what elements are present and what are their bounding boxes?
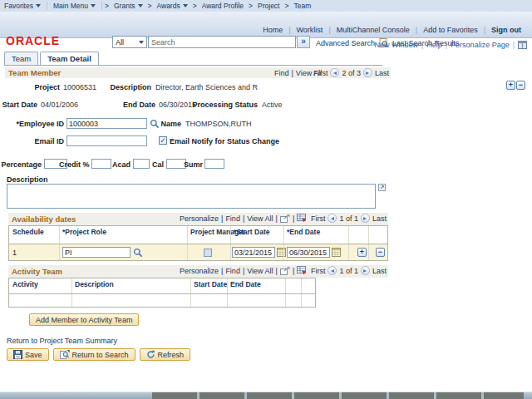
zoom-grid-icon[interactable] xyxy=(280,267,290,275)
zoom-grid-icon[interactable] xyxy=(280,214,290,223)
acad-label: Acad xyxy=(112,160,131,169)
home-link[interactable]: Home xyxy=(257,26,288,34)
activity-team-nav: First 1 of 1 Last xyxy=(311,266,387,275)
start-date-value: 04/01/2006 xyxy=(41,101,78,109)
breadcrumb-separator: > xyxy=(104,2,110,10)
find-link[interactable]: Find xyxy=(274,69,289,77)
availability-toolbar: Personalize | Find | View All | | xyxy=(180,214,306,223)
save-icon xyxy=(13,350,22,359)
breadcrumb-team[interactable]: Team xyxy=(289,2,315,10)
add-row-button[interactable]: + xyxy=(506,81,515,90)
breadcrumb-main-menu[interactable]: Main Menu xyxy=(49,2,100,10)
first-label[interactable]: First xyxy=(311,214,326,223)
description-box-label: Description xyxy=(7,175,48,184)
last-label[interactable]: Last xyxy=(375,69,389,77)
credit-input[interactable] xyxy=(91,159,111,169)
end-date-calendar-icon[interactable] xyxy=(332,248,341,257)
previous-row-button[interactable] xyxy=(328,266,337,275)
personalize-layout-icon[interactable] xyxy=(518,41,527,49)
chevron-down-icon xyxy=(36,4,41,7)
add-member-button[interactable]: Add Member to Activity Team xyxy=(29,313,139,326)
breadcrumb-awards[interactable]: Awards xyxy=(152,2,191,10)
first-label[interactable]: First xyxy=(313,69,328,77)
new-window-link[interactable]: New Window xyxy=(374,41,418,49)
link-divider: | xyxy=(421,41,423,49)
tab-team-detail[interactable]: Team Detail xyxy=(40,52,99,65)
row-position: 1 of 1 xyxy=(339,214,358,223)
row-start-date-input[interactable] xyxy=(232,247,275,258)
search-scope-select[interactable]: All xyxy=(112,36,147,48)
breadcrumb-separator: > xyxy=(147,2,153,10)
previous-row-button[interactable] xyxy=(330,68,339,77)
next-row-button[interactable] xyxy=(361,266,370,275)
chevron-down-icon xyxy=(91,4,96,7)
activity-team-title: Activity Team xyxy=(8,267,62,276)
sign-out-link[interactable]: Sign out xyxy=(485,26,527,34)
return-to-summary-link[interactable]: Return to Project Team Summary xyxy=(7,337,117,345)
processing-status-value: Active xyxy=(262,101,283,109)
expand-description-icon[interactable] xyxy=(378,184,386,191)
find-link[interactable]: Find xyxy=(225,214,240,223)
name-label: Name xyxy=(158,120,181,128)
description-textarea[interactable] xyxy=(7,184,376,209)
view-all-link[interactable]: View All xyxy=(247,214,273,223)
download-to-excel-icon[interactable] xyxy=(297,214,306,223)
row-end-date-input[interactable] xyxy=(287,247,330,258)
breadcrumb-divider xyxy=(101,2,102,10)
link-divider: | xyxy=(221,267,223,275)
breadcrumb-award-profile[interactable]: Award Profile xyxy=(198,2,248,10)
return-to-search-button[interactable]: Return to Search xyxy=(53,348,135,361)
project-role-lookup-icon[interactable] xyxy=(133,248,143,258)
save-button[interactable]: Save xyxy=(7,348,49,361)
advanced-search-link[interactable]: Advanced Search xyxy=(316,39,375,47)
personalize-link[interactable]: Personalize xyxy=(180,267,219,275)
start-date-calendar-icon[interactable] xyxy=(277,248,286,257)
remove-row-button[interactable]: − xyxy=(516,81,525,90)
personalize-page-link[interactable]: Personalize Page xyxy=(451,41,510,49)
employee-id-input[interactable] xyxy=(66,118,147,129)
last-label[interactable]: Last xyxy=(372,214,387,223)
view-all-link[interactable]: View All xyxy=(247,267,273,275)
email-notify-checkbox[interactable]: ✓ xyxy=(159,136,167,145)
taskbar[interactable] xyxy=(0,392,532,399)
worklist-link[interactable]: Worklist xyxy=(291,26,329,34)
find-link[interactable]: Find xyxy=(225,267,240,275)
add-availability-row-button[interactable]: + xyxy=(357,248,367,257)
link-divider: | xyxy=(243,214,244,223)
activity-team-header-bar: Activity Team Personalize | Find | View … xyxy=(8,265,388,278)
next-row-button[interactable] xyxy=(363,68,372,77)
end-date-label: End Date xyxy=(116,101,155,109)
taskbar-buttons[interactable] xyxy=(152,392,524,399)
add-to-favorites-link[interactable]: Add to Favorites xyxy=(417,26,484,34)
breadcrumb-team-label: Team xyxy=(293,2,311,10)
link-divider: | xyxy=(292,69,293,77)
download-to-excel-icon[interactable] xyxy=(297,266,306,275)
previous-row-button[interactable] xyxy=(328,214,337,223)
chevron-down-icon xyxy=(138,4,143,7)
breadcrumb-grants[interactable]: Grants xyxy=(110,2,147,10)
next-row-button[interactable] xyxy=(361,214,370,223)
last-label[interactable]: Last xyxy=(372,267,387,275)
breadcrumb: Favorites Main Menu > Grants > Awards > … xyxy=(0,0,532,12)
email-id-input[interactable] xyxy=(66,135,147,146)
column-header: Schedule xyxy=(12,228,44,236)
first-label[interactable]: First xyxy=(311,267,326,275)
multichannel-console-link[interactable]: MultiChannel Console xyxy=(331,26,416,34)
search-input[interactable] xyxy=(148,36,296,48)
credit-label: Credit % xyxy=(59,160,89,169)
breadcrumb-project[interactable]: Project xyxy=(254,2,283,10)
help-link[interactable]: Help xyxy=(426,41,442,49)
search-go-button[interactable]: » xyxy=(297,36,310,48)
project-role-input[interactable] xyxy=(62,247,131,258)
project-manager-checkbox[interactable] xyxy=(204,249,212,257)
email-notify-label: Email Notify for Status Change xyxy=(170,137,279,145)
tab-team[interactable]: Team xyxy=(4,52,38,65)
acad-input[interactable] xyxy=(133,159,150,169)
personalize-link[interactable]: Personalize xyxy=(180,214,219,223)
breadcrumb-favorites[interactable]: Favorites xyxy=(0,2,45,10)
refresh-button[interactable]: Refresh xyxy=(140,348,191,361)
percentage-label: Percentage xyxy=(0,160,42,169)
remove-availability-row-button[interactable]: − xyxy=(376,248,385,257)
chevron-down-icon xyxy=(183,4,188,7)
sumr-input[interactable] xyxy=(204,159,224,169)
